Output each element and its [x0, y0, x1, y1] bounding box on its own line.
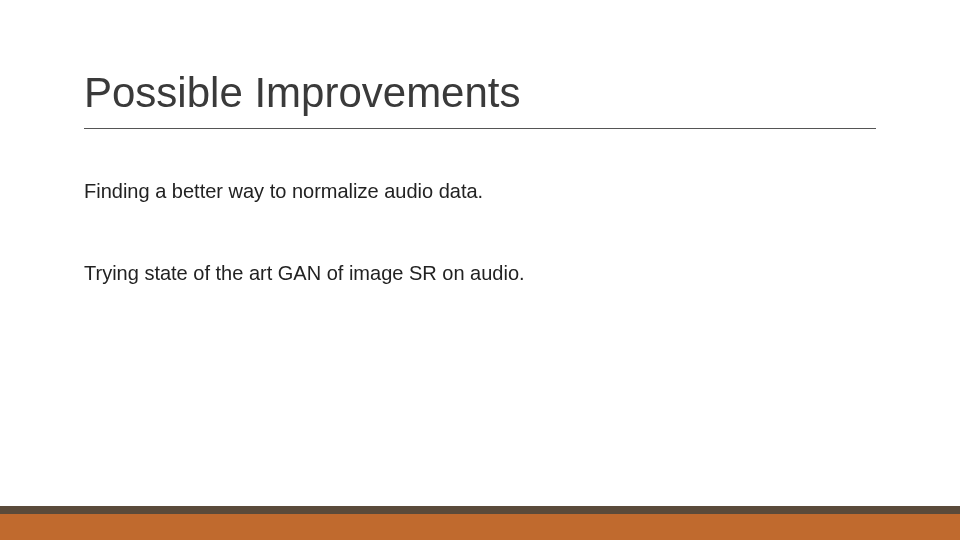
- body-line-2: Trying state of the art GAN of image SR …: [84, 260, 876, 286]
- footer-accent-top: [0, 506, 960, 514]
- footer-accent-bottom: [0, 514, 960, 540]
- slide-body: Finding a better way to normalize audio …: [84, 178, 876, 342]
- body-line-1: Finding a better way to normalize audio …: [84, 178, 876, 204]
- slide: Possible Improvements Finding a better w…: [0, 0, 960, 540]
- slide-title: Possible Improvements: [84, 70, 876, 129]
- title-wrap: Possible Improvements: [84, 70, 876, 129]
- footer-accent-bar: [0, 506, 960, 540]
